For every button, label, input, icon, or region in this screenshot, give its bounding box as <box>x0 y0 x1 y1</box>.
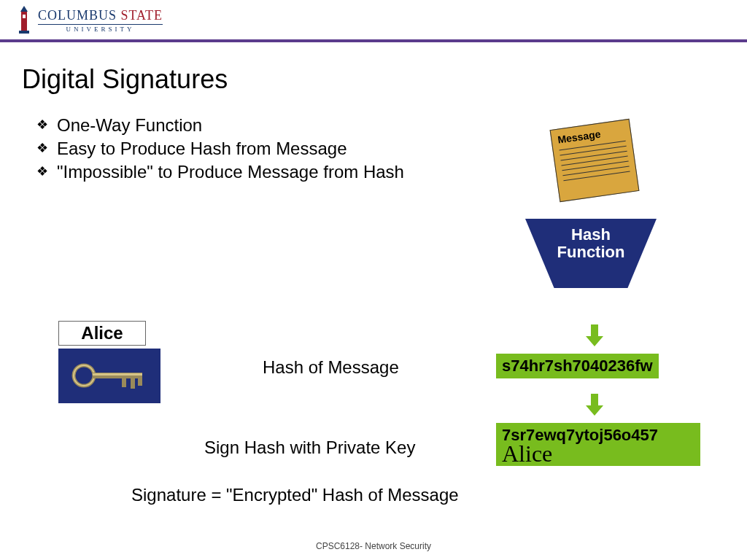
svg-rect-4 <box>591 324 598 336</box>
svg-rect-14 <box>138 378 142 386</box>
svg-rect-11 <box>93 373 142 376</box>
alice-label: Alice <box>58 321 146 346</box>
signature-equals-label: Signature = "Encrypted" Hash of Message <box>131 485 459 505</box>
hash-function-block: HashFunction <box>525 219 657 288</box>
logo-subline: UNIVERSITY <box>38 24 163 33</box>
logo-text-part1: COLUMBUS <box>38 8 117 23</box>
sign-hash-label: Sign Hash with Private Key <box>204 438 415 458</box>
slide-title: Digital Signatures <box>22 64 725 95</box>
svg-rect-1 <box>19 31 29 34</box>
university-logo: COLUMBUS STATE UNIVERSITY <box>15 6 163 35</box>
svg-rect-3 <box>23 15 26 18</box>
arrow-down-icon <box>584 394 605 416</box>
svg-rect-12 <box>122 378 126 387</box>
alice-block: Alice <box>58 321 160 403</box>
svg-rect-13 <box>131 378 135 389</box>
private-key-icon <box>58 349 160 403</box>
university-name: COLUMBUS STATE UNIVERSITY <box>38 8 163 33</box>
hash-function-label: HashFunction <box>557 226 625 261</box>
svg-rect-6 <box>591 394 598 405</box>
svg-marker-7 <box>586 405 603 416</box>
hash-output-value: s74hr7sh7040236fw <box>496 354 659 378</box>
tower-icon <box>15 6 34 35</box>
signed-output-block: 7sr7ewq7ytoj56o457 Alice <box>496 423 700 466</box>
logo-text-part2: STATE <box>121 8 163 23</box>
svg-point-9 <box>74 365 94 386</box>
svg-marker-5 <box>586 336 603 346</box>
handwritten-signature: Alice <box>502 443 694 464</box>
hash-of-message-label: Hash of Message <box>263 357 399 378</box>
arrow-down-icon <box>584 324 605 346</box>
svg-marker-2 <box>20 6 28 12</box>
slide-header: COLUMBUS STATE UNIVERSITY <box>0 0 747 42</box>
svg-rect-0 <box>21 10 27 31</box>
message-note: Message <box>550 119 640 202</box>
slide-footer: CPSC6128- Network Security <box>0 541 747 551</box>
